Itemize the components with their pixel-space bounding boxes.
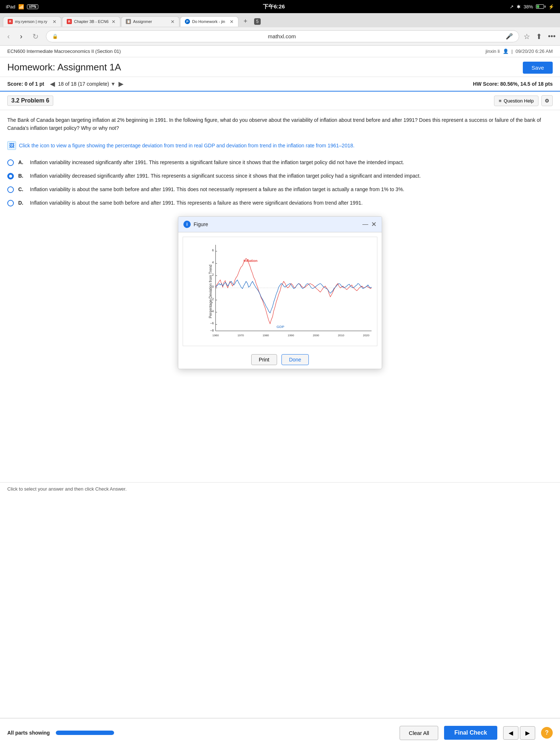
tab-4-close[interactable]: ✕ bbox=[230, 19, 234, 24]
answer-option-a[interactable]: A. Inflation variability increased signi… bbox=[7, 156, 553, 169]
tab-4-favicon: P bbox=[185, 19, 190, 24]
figure-modal: i Figure — ✕ Percentage Deviation from T… bbox=[178, 216, 382, 369]
help-button[interactable]: ? bbox=[541, 727, 553, 739]
share-icon[interactable]: ⬆ bbox=[536, 32, 542, 41]
final-check-button[interactable]: Final Check bbox=[444, 726, 497, 740]
address-bar[interactable]: 🔒 mathxl.com 🎤 bbox=[46, 30, 519, 42]
svg-text:1980: 1980 bbox=[262, 334, 269, 337]
svg-text:1990: 1990 bbox=[288, 334, 294, 337]
problem-title: 3.2 Problem 6 bbox=[7, 96, 53, 106]
figure-title: Figure bbox=[194, 221, 208, 227]
back-button[interactable]: ‹ bbox=[4, 31, 13, 42]
tab-1-favicon: R bbox=[8, 19, 13, 24]
tabs-row: R my.ryerson | my.ry ✕ R Chapter 3B - EC… bbox=[0, 13, 560, 27]
reload-button[interactable]: ↻ bbox=[30, 31, 42, 42]
tab-count[interactable]: 5 bbox=[254, 18, 261, 25]
new-tab-button[interactable]: + bbox=[239, 15, 252, 27]
toolbar-actions: ☆ ⬆ ••• bbox=[524, 32, 556, 41]
next-question-button[interactable]: ▶ bbox=[118, 80, 124, 88]
more-icon[interactable]: ••• bbox=[548, 32, 556, 40]
tab-1[interactable]: R my.ryerson | my.ry ✕ bbox=[3, 16, 61, 27]
question-nav-text: 18 of 18 (17 complete) bbox=[58, 81, 109, 87]
list-icon: ≡ bbox=[499, 98, 502, 104]
tab-4[interactable]: P Do Homework - jin ✕ bbox=[180, 16, 238, 27]
username: jinxin li bbox=[486, 49, 500, 54]
next-arrow-button[interactable]: ▶ bbox=[520, 726, 535, 740]
svg-text:2020: 2020 bbox=[363, 334, 370, 337]
tab-2[interactable]: R Chapter 3B - ECN6 ✕ bbox=[62, 16, 120, 27]
bottom-nav-arrows: ◀ ▶ bbox=[503, 726, 535, 740]
answer-text-d: Inflation variability is about the same … bbox=[30, 199, 553, 207]
question-help-button[interactable]: ≡ Question Help bbox=[494, 96, 538, 106]
figure-link[interactable]: 🖼 Click the icon to view a figure showin… bbox=[0, 138, 560, 153]
svg-text:1960: 1960 bbox=[213, 334, 219, 337]
answer-option-c[interactable]: C. Inflation variability is about the sa… bbox=[7, 183, 553, 196]
figure-icon: 🖼 bbox=[7, 141, 16, 150]
progress-bar-fill bbox=[56, 731, 114, 735]
save-button[interactable]: Save bbox=[523, 62, 553, 74]
tab-2-close[interactable]: ✕ bbox=[112, 19, 116, 24]
answer-option-b[interactable]: B. Inflation variability decreased signi… bbox=[7, 169, 553, 183]
vpn-badge: VPN bbox=[27, 4, 38, 9]
prev-arrow-button[interactable]: ◀ bbox=[503, 726, 518, 740]
mic-icon[interactable]: 🎤 bbox=[506, 33, 513, 40]
chart-container: Percentage Deviation from Trend 6 4 2 0 … bbox=[183, 237, 377, 346]
answer-label-b: B. bbox=[18, 172, 26, 180]
answer-option-d[interactable]: D. Inflation variability is about the sa… bbox=[7, 196, 553, 210]
minimize-button[interactable]: — bbox=[362, 221, 368, 228]
modal-title: i Figure bbox=[183, 221, 208, 228]
svg-text:GDP: GDP bbox=[277, 325, 285, 329]
radio-a[interactable] bbox=[7, 159, 14, 166]
tab-2-favicon: R bbox=[67, 19, 72, 24]
modal-controls: — ✕ bbox=[362, 220, 377, 228]
device-label: iPad bbox=[6, 4, 15, 9]
figure-link-text: Click the icon to view a figure showing … bbox=[19, 143, 354, 148]
status-right: ↗ ✱ 38% ⚡ bbox=[510, 4, 554, 9]
bottom-spacer bbox=[0, 373, 560, 482]
svg-text:1970: 1970 bbox=[237, 334, 244, 337]
svg-text:2010: 2010 bbox=[338, 334, 345, 337]
lock-icon: 🔒 bbox=[52, 34, 58, 39]
settings-button[interactable]: ⚙ bbox=[541, 95, 553, 106]
status-time: 下午6:26 bbox=[263, 3, 285, 10]
tab-4-title: Do Homework - jin bbox=[192, 19, 228, 24]
tab-1-close[interactable]: ✕ bbox=[52, 19, 57, 24]
radio-d[interactable] bbox=[7, 200, 14, 206]
print-button[interactable]: Print bbox=[251, 354, 277, 365]
browser-chrome: R my.ryerson | my.ry ✕ R Chapter 3B - EC… bbox=[0, 13, 560, 46]
modal-header: i Figure — ✕ bbox=[178, 217, 382, 232]
bottom-bar: All parts showing Clear All Final Check … bbox=[0, 718, 560, 747]
radio-b[interactable] bbox=[7, 173, 14, 179]
tab-1-title: my.ryerson | my.ry bbox=[15, 19, 50, 24]
tab-3-close[interactable]: ✕ bbox=[171, 19, 175, 24]
user-info: jinxin li 👤 | 09/20/20 6:26 AM bbox=[486, 49, 553, 54]
bottom-hint: Click to select your answer and then cli… bbox=[0, 482, 560, 495]
dropdown-arrow[interactable]: ▼ bbox=[110, 81, 116, 87]
tab-2-title: Chapter 3B - ECN6 bbox=[74, 19, 109, 24]
tab-3[interactable]: 📋 Assignmer ✕ bbox=[121, 16, 179, 27]
clear-all-button[interactable]: Clear All bbox=[400, 726, 438, 740]
status-bar: iPad 📶 VPN 下午6:26 ↗ ✱ 38% ⚡ bbox=[0, 0, 560, 13]
answer-text-c: Inflation variability is about the same … bbox=[30, 186, 553, 193]
done-button[interactable]: Done bbox=[281, 354, 309, 365]
chart-y-label: Percentage Deviation from Trend bbox=[209, 264, 213, 318]
radio-c[interactable] bbox=[7, 186, 14, 193]
charging-icon: ⚡ bbox=[548, 4, 554, 9]
chart-svg: 6 4 2 0 –2 –4 –6 –8 1960 1970 1980 1990 … bbox=[201, 241, 373, 342]
score-left: Score: 0 of 1 pt ◀ 18 of 18 (17 complete… bbox=[7, 80, 124, 88]
answer-text-b: Inflation variability decreased signific… bbox=[30, 172, 553, 180]
datetime: 09/20/20 6:26 AM bbox=[516, 49, 553, 54]
answer-text-a: Inflation variability increased signific… bbox=[30, 159, 553, 166]
modal-close-button[interactable]: ✕ bbox=[371, 220, 377, 228]
bookmark-icon[interactable]: ☆ bbox=[524, 32, 530, 41]
svg-text:4: 4 bbox=[212, 260, 214, 264]
problem-header: 3.2 Problem 6 ≡ Question Help ⚙ bbox=[0, 92, 560, 110]
question-nav: ◀ 18 of 18 (17 complete) ▼ ▶ bbox=[50, 80, 124, 88]
svg-text:2000: 2000 bbox=[313, 334, 319, 337]
score-row: Score: 0 of 1 pt ◀ 18 of 18 (17 complete… bbox=[0, 77, 560, 92]
forward-button[interactable]: › bbox=[17, 31, 26, 42]
homework-header: Homework: Assignment 1A Save bbox=[0, 57, 560, 77]
answer-label-d: D. bbox=[18, 199, 26, 207]
answers: A. Inflation variability increased signi… bbox=[0, 153, 560, 213]
prev-question-button[interactable]: ◀ bbox=[50, 80, 55, 88]
